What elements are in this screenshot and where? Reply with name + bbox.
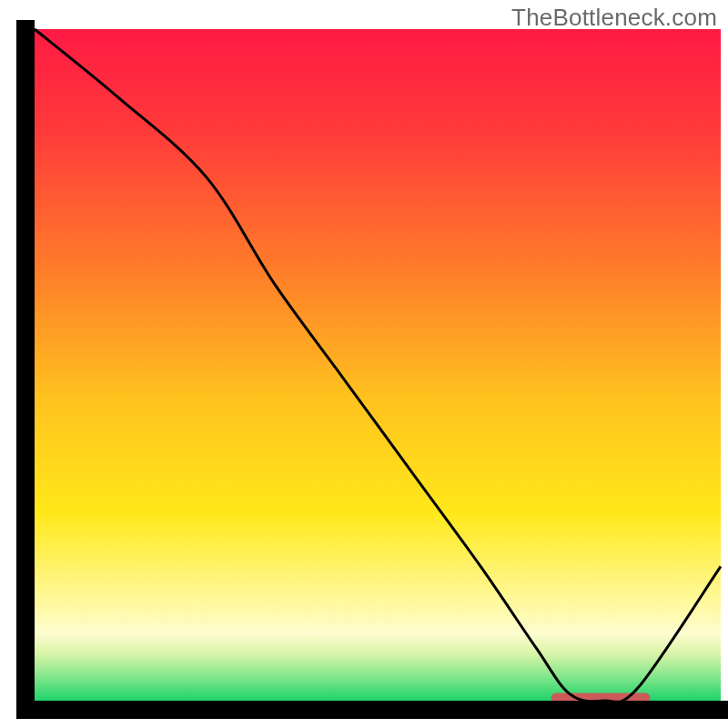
watermark-text: TheBottleneck.com	[511, 4, 717, 32]
plot-background	[35, 29, 721, 701]
chart-container: TheBottleneck.com	[0, 0, 728, 728]
bottleneck-chart	[0, 0, 728, 728]
